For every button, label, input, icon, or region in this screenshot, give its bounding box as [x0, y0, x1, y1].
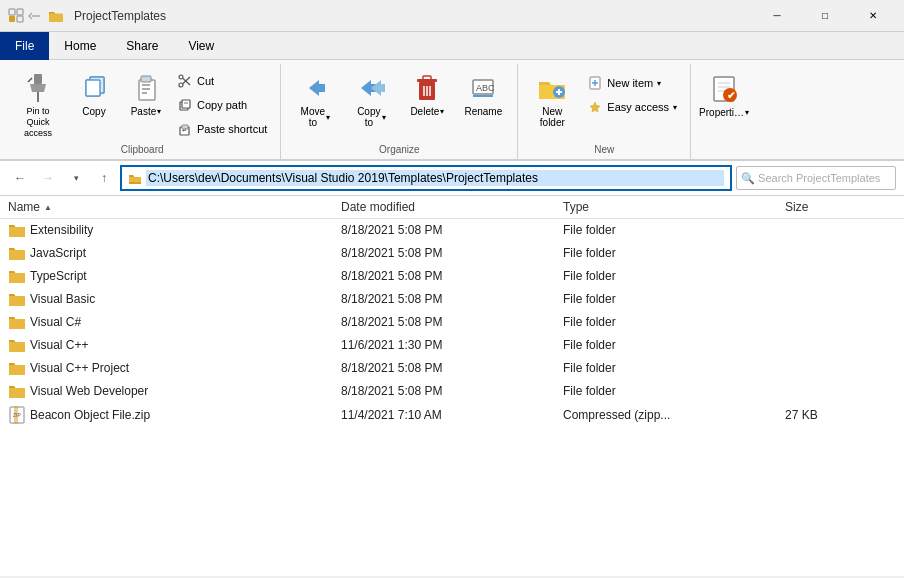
- col-name-header[interactable]: Name ▲: [8, 200, 341, 214]
- file-type: File folder: [563, 292, 785, 306]
- table-row[interactable]: TypeScript 8/18/2021 5:08 PM File folder: [0, 265, 904, 288]
- svg-text:ABC: ABC: [476, 83, 495, 93]
- new-folder-label: Newfolder: [540, 106, 565, 128]
- window-title: ProjectTemplates: [74, 9, 166, 23]
- pin-to-quick-access-button[interactable]: Pin to Quickaccess: [12, 68, 64, 142]
- address-folder-icon: [128, 171, 142, 185]
- address-bar[interactable]: C:\Users\dev\Documents\Visual Studio 201…: [120, 165, 732, 191]
- paste-shortcut-button[interactable]: Paste shortcut: [172, 118, 272, 140]
- col-size-header[interactable]: Size: [785, 200, 896, 214]
- cut-button[interactable]: Cut: [172, 70, 272, 92]
- copy-path-button[interactable]: Copy path: [172, 94, 272, 116]
- col-type-header[interactable]: Type: [563, 200, 785, 214]
- file-type: File folder: [563, 361, 785, 375]
- file-name: Beacon Object File.zip: [30, 408, 150, 422]
- file-type: File folder: [563, 315, 785, 329]
- address-path[interactable]: C:\Users\dev\Documents\Visual Studio 201…: [146, 170, 724, 186]
- copy-to-dropdown[interactable]: ▾: [382, 113, 386, 122]
- new-group-content: Newfolder New item ▾: [526, 68, 682, 142]
- nav-bar: ← → ▾ ↑ C:\Users\dev\Documents\Visual St…: [0, 161, 904, 196]
- svg-rect-15: [142, 92, 147, 94]
- file-name-cell: ZIP Beacon Object File.zip: [8, 406, 341, 424]
- quick-access-icon[interactable]: [8, 8, 24, 24]
- table-row[interactable]: Visual Basic 8/18/2021 5:08 PM File fold…: [0, 288, 904, 311]
- file-date: 8/18/2021 5:08 PM: [341, 384, 563, 398]
- new-folder-button[interactable]: Newfolder: [526, 68, 578, 132]
- folder-icon: [8, 245, 26, 261]
- svg-rect-3: [17, 9, 23, 15]
- new-item-button[interactable]: New item ▾: [582, 72, 682, 94]
- paste-dropdown[interactable]: ▾: [157, 107, 161, 116]
- tab-file[interactable]: File: [0, 32, 49, 60]
- table-row[interactable]: Visual C++ 11/6/2021 1:30 PM File folder: [0, 334, 904, 357]
- file-type: File folder: [563, 384, 785, 398]
- forward-button[interactable]: →: [36, 166, 60, 190]
- file-name: TypeScript: [30, 269, 87, 283]
- table-row[interactable]: Visual C# 8/18/2021 5:08 PM File folder: [0, 311, 904, 334]
- file-date: 11/6/2021 1:30 PM: [341, 338, 563, 352]
- clipboard-group-content: Pin to Quickaccess Copy: [12, 68, 272, 142]
- file-name: Visual C#: [30, 315, 81, 329]
- svg-rect-1: [17, 16, 23, 22]
- file-date: 8/18/2021 5:08 PM: [341, 361, 563, 375]
- table-row[interactable]: Visual C++ Project 8/18/2021 5:08 PM Fil…: [0, 357, 904, 380]
- folder-icon: [8, 291, 26, 307]
- window-controls[interactable]: ─ □ ✕: [754, 0, 896, 32]
- file-type: File folder: [563, 269, 785, 283]
- rename-button[interactable]: ABC Rename: [457, 68, 509, 121]
- file-name-cell: TypeScript: [8, 268, 341, 284]
- svg-rect-14: [142, 88, 150, 90]
- svg-rect-0: [9, 16, 15, 22]
- easy-access-dropdown[interactable]: ▾: [673, 103, 677, 112]
- svg-rect-10: [86, 80, 100, 96]
- open-group: ✔ Properti… ▾ Open: [691, 64, 757, 159]
- copy-button[interactable]: Copy: [68, 68, 120, 121]
- recent-locations-button[interactable]: ▾: [64, 166, 88, 190]
- tab-home[interactable]: Home: [49, 32, 111, 60]
- table-row[interactable]: Visual Web Developer 8/18/2021 5:08 PM F…: [0, 380, 904, 403]
- undo-icon[interactable]: [28, 8, 44, 24]
- table-row[interactable]: JavaScript 8/18/2021 5:08 PM File folder: [0, 242, 904, 265]
- file-date: 8/18/2021 5:08 PM: [341, 246, 563, 260]
- paste-shortcut-icon: [177, 121, 193, 137]
- open-group-content: ✔ Properti… ▾: [699, 68, 749, 159]
- organize-group-content: Moveto ▾ Copyto ▾: [289, 68, 509, 142]
- table-row[interactable]: ZIP Beacon Object File.zip 11/4/2021 7:1…: [0, 403, 904, 428]
- file-name-cell: Visual C#: [8, 314, 341, 330]
- delete-button[interactable]: Delete ▾: [401, 68, 453, 121]
- folder-icon: [8, 360, 26, 376]
- copy-label: Copy: [82, 106, 105, 117]
- properties-dropdown[interactable]: ▾: [745, 108, 749, 117]
- pin-icon: [22, 72, 54, 104]
- svg-rect-4: [49, 13, 63, 22]
- move-to-button[interactable]: Moveto ▾: [289, 68, 341, 132]
- back-button[interactable]: ←: [8, 166, 32, 190]
- new-item-dropdown[interactable]: ▾: [657, 79, 661, 88]
- rename-label: Rename: [464, 106, 502, 117]
- table-row[interactable]: Extensibility 8/18/2021 5:08 PM File fol…: [0, 219, 904, 242]
- folder-icon: [8, 268, 26, 284]
- paste-label: Paste: [131, 106, 157, 117]
- svg-rect-24: [182, 125, 188, 129]
- properties-button[interactable]: ✔ Properti… ▾: [699, 68, 749, 122]
- paste-icon: [130, 72, 162, 104]
- copy-to-button[interactable]: Copyto ▾: [345, 68, 397, 132]
- easy-access-button[interactable]: Easy access ▾: [582, 96, 682, 118]
- svg-point-17: [179, 75, 183, 79]
- tab-share[interactable]: Share: [111, 32, 173, 60]
- file-type: File folder: [563, 246, 785, 260]
- search-bar[interactable]: 🔍 Search ProjectTemplates: [736, 166, 896, 190]
- delete-dropdown[interactable]: ▾: [440, 107, 444, 116]
- col-date-header[interactable]: Date modified: [341, 200, 563, 214]
- up-button[interactable]: ↑: [92, 166, 116, 190]
- close-button[interactable]: ✕: [850, 0, 896, 32]
- maximize-button[interactable]: □: [802, 0, 848, 32]
- paste-button[interactable]: Paste ▾: [124, 68, 168, 121]
- file-size: 27 KB: [785, 408, 896, 422]
- move-to-dropdown[interactable]: ▾: [326, 113, 330, 122]
- file-name: Visual Basic: [30, 292, 95, 306]
- move-to-label: Moveto: [301, 106, 325, 128]
- tab-view[interactable]: View: [173, 32, 229, 60]
- minimize-button[interactable]: ─: [754, 0, 800, 32]
- folder-icon: [8, 222, 26, 238]
